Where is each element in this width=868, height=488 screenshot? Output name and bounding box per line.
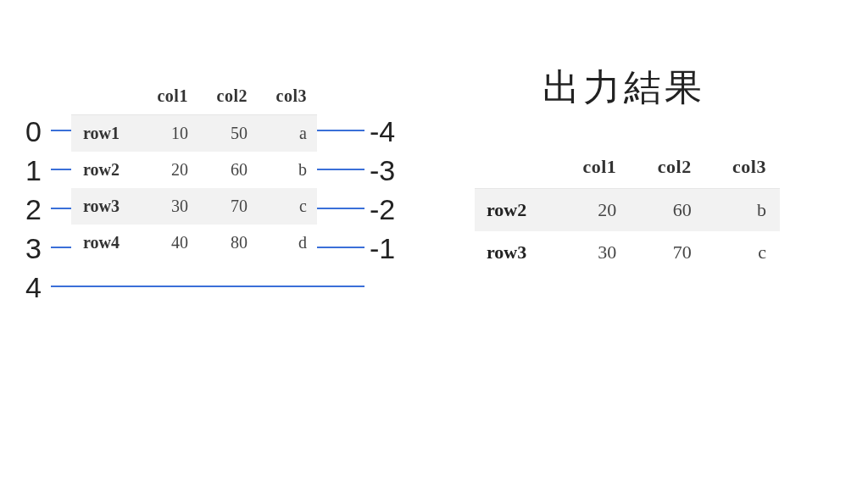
cell: 10 [139,115,198,152]
pos-index-1: 1 [25,156,42,185]
output-title: 出力結果 [542,63,705,113]
cell: b [258,152,317,188]
table-header-row: col1 col2 col3 [71,78,317,115]
cell: 30 [139,188,198,225]
col-header: col2 [198,78,258,115]
neg-index-3: -1 [370,234,395,263]
table-row: row2 20 60 b [71,152,317,188]
index-line [51,286,364,287]
table-header-row: col1 col2 col3 [475,146,780,189]
col-header: col2 [630,146,704,189]
table-row: row3 30 70 c [71,188,317,225]
cell: c [258,188,317,225]
table-corner [71,78,139,115]
pos-index-2: 2 [25,195,42,224]
table-row: row4 40 80 d [71,225,317,261]
table-row: row1 10 50 a [71,115,317,152]
cell: 70 [630,231,704,274]
neg-index-1: -3 [370,156,395,185]
cell: 80 [198,225,258,261]
stage: 0 1 2 3 4 -4 -3 -2 -1 col1 col2 col3 row… [0,0,868,488]
cell: 50 [198,115,258,152]
row-label: row2 [71,152,139,188]
row-label: row4 [71,225,139,261]
col-header: col1 [555,146,630,189]
table-corner [475,146,555,189]
cell: 30 [555,231,630,274]
pos-index-3: 3 [25,234,42,263]
row-label: row3 [475,231,555,274]
table-row: row2 20 60 b [475,189,780,232]
output-table: col1 col2 col3 row2 20 60 b row3 30 70 c [475,146,780,274]
cell: a [258,115,317,152]
row-label: row3 [71,188,139,225]
pos-index-4: 4 [25,273,42,302]
cell: 70 [198,188,258,225]
cell: 40 [139,225,198,261]
table-row: row3 30 70 c [475,231,780,274]
col-header: col1 [139,78,198,115]
pos-index-0: 0 [25,117,42,146]
cell: c [705,231,780,274]
neg-index-2: -2 [370,195,395,224]
cell: 20 [139,152,198,188]
source-table-wrap: col1 col2 col3 row1 10 50 a row2 20 60 b [71,78,317,261]
cell: b [705,189,780,232]
col-header: col3 [705,146,780,189]
row-label: row2 [475,189,555,232]
col-header: col3 [258,78,317,115]
neg-index-0: -4 [370,117,395,146]
cell: 20 [555,189,630,232]
cell: d [258,225,317,261]
cell: 60 [198,152,258,188]
row-label: row1 [71,115,139,152]
output-table-wrap: col1 col2 col3 row2 20 60 b row3 30 70 c [475,146,780,274]
cell: 60 [630,189,704,232]
source-table: col1 col2 col3 row1 10 50 a row2 20 60 b [71,78,317,261]
